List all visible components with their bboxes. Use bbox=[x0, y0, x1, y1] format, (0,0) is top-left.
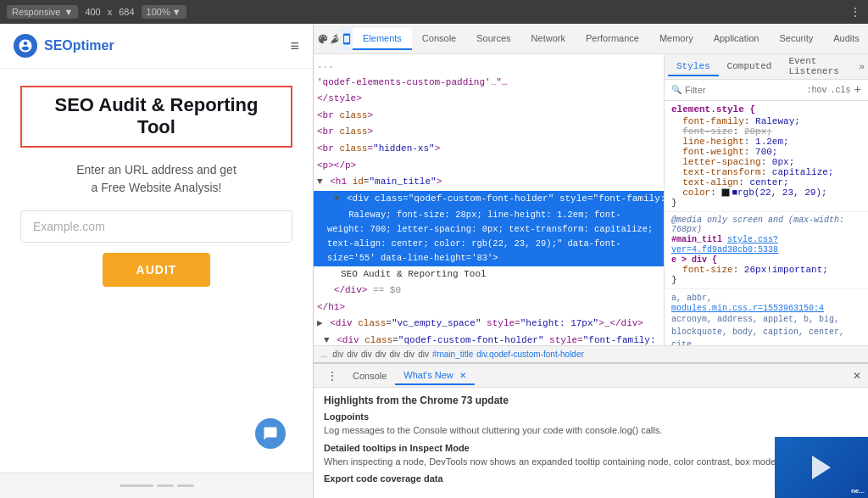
prop-text-transform: text-transform: capitalize; bbox=[671, 167, 861, 177]
dom-panel[interactable]: ... 'qodef-elements-custom-padding'…"… <… bbox=[314, 54, 665, 345]
console-menu-icon[interactable]: ⋮ bbox=[320, 364, 344, 388]
hamburger-menu[interactable]: ≡ bbox=[290, 37, 299, 55]
styles-sub-tabs: Styles Computed Event Listeners » bbox=[665, 54, 868, 80]
styles-filter-input[interactable] bbox=[685, 85, 804, 95]
universal-selector-list: acronym, address, applet, b, big, blockq… bbox=[671, 313, 861, 345]
media-query-rule: @media only screen and (max-width: 768px… bbox=[665, 212, 868, 289]
zoom-selector[interactable]: 100% ▼ bbox=[142, 5, 186, 19]
dom-line-div-selected[interactable]: ▼ <div class="qodef-custom-font-holder" … bbox=[314, 191, 664, 208]
logo-icon bbox=[14, 34, 37, 58]
responsive-mode-selector[interactable]: Responsive ▼ bbox=[7, 5, 78, 19]
bottom-tab-console[interactable]: Console bbox=[344, 367, 395, 384]
prop-font-weight: font-weight: 700; bbox=[671, 147, 861, 157]
tab-sources[interactable]: Sources bbox=[466, 28, 520, 50]
filter-add-btn[interactable]: + bbox=[854, 83, 861, 97]
dom-line-br3[interactable]: <br class="hidden-xs"> bbox=[314, 141, 664, 158]
dom-line-vc-empty[interactable]: ▶ <div class="vc_empty_space" style="hei… bbox=[314, 316, 664, 333]
dom-line-h1-close[interactable]: </h1> bbox=[314, 299, 664, 316]
breadcrumb-div3[interactable]: div bbox=[361, 350, 372, 359]
tab-memory[interactable]: Memory bbox=[649, 28, 704, 50]
top-bar: Responsive ▼ 400 x 684 100% ▼ ⋮ bbox=[0, 0, 868, 24]
devtools-panel: Elements Console Sources Network Perform… bbox=[314, 24, 868, 498]
hero-subtitle-line2: a Free Website Analysis! bbox=[92, 181, 222, 194]
filter-hov-btn[interactable]: :hov bbox=[807, 86, 827, 95]
dom-line-div-selected-cont[interactable]: Raleway; font-size: 28px; line-height: 1… bbox=[314, 207, 664, 266]
breadcrumb-dots: ... bbox=[320, 350, 327, 359]
audit-button[interactable]: AUDIT bbox=[103, 253, 211, 287]
filter-cls-btn[interactable]: .cls bbox=[831, 86, 851, 95]
sub-tab-event-listeners[interactable]: Event Listeners bbox=[780, 54, 859, 81]
breadcrumb-div5[interactable]: div bbox=[390, 350, 401, 359]
hero-subtitle-line1: Enter an URL address and get bbox=[76, 163, 236, 176]
dom-line-qodef-padding[interactable]: 'qodef-elements-custom-padding'…"… bbox=[314, 75, 664, 92]
breadcrumb-div6[interactable]: div bbox=[403, 350, 415, 359]
url-input-display: Example.com bbox=[20, 210, 292, 243]
universal-rule: a, abbr, modules.min.css.r=1553963150:4 … bbox=[665, 289, 868, 345]
breadcrumb-div7[interactable]: div bbox=[418, 350, 429, 359]
breadcrumb-bar: ... div div div div div div div #main_ti… bbox=[314, 345, 868, 362]
footer-bar-2 bbox=[157, 484, 174, 487]
devtools-content: ... 'qodef-elements-custom-padding'…"… <… bbox=[314, 54, 868, 345]
whats-new-close[interactable]: ✕ bbox=[459, 371, 466, 380]
element-style-close: } bbox=[671, 198, 861, 208]
video-play-icon bbox=[812, 456, 831, 479]
devtools-device-icon[interactable] bbox=[341, 27, 353, 51]
footer-bar-1 bbox=[120, 484, 153, 487]
filter-icon: 🔍 bbox=[671, 85, 682, 95]
breadcrumb-main-title[interactable]: #main_title bbox=[432, 350, 473, 359]
universal-link[interactable]: modules.min.css.r=1553963150:4 bbox=[671, 304, 824, 313]
logo-text: SEOptimer bbox=[44, 38, 114, 53]
hero-title: SEO Audit & Reporting Tool bbox=[55, 94, 259, 137]
tab-performance[interactable]: Performance bbox=[576, 28, 649, 50]
console-content: Highlights from the Chrome 73 update Log… bbox=[314, 388, 868, 498]
hero-subtitle: Enter an URL address and get a Free Webs… bbox=[76, 161, 236, 197]
universal-selector-text[interactable]: a, abbr, bbox=[671, 294, 712, 303]
bottom-panel-close[interactable]: ✕ bbox=[853, 370, 861, 382]
devtools-inspect-icon[interactable] bbox=[329, 27, 341, 51]
chat-bubble[interactable] bbox=[255, 418, 286, 449]
prop-font-family: font-family: Raleway; bbox=[671, 116, 861, 126]
tab-security[interactable]: Security bbox=[769, 28, 823, 50]
media-rule-e-div: e > div { bbox=[671, 255, 861, 265]
viewport-x: x bbox=[108, 7, 113, 17]
logpoints-text: Log messages to the Console without clut… bbox=[324, 423, 858, 438]
tab-application[interactable]: Application bbox=[704, 28, 770, 50]
dom-line-h1-open[interactable]: ▼ <h1 id="main_title"> bbox=[314, 174, 664, 191]
breadcrumb-div2[interactable]: div bbox=[347, 350, 358, 359]
tab-network[interactable]: Network bbox=[521, 28, 576, 50]
sub-tab-styles[interactable]: Styles bbox=[668, 58, 719, 76]
site-hero: SEO Audit & Reporting Tool Enter an URL … bbox=[0, 69, 313, 473]
url-input-placeholder: Example.com bbox=[33, 220, 105, 233]
video-thumbnail[interactable]: ne... bbox=[775, 437, 868, 498]
console-highlight: Highlights from the Chrome 73 update bbox=[324, 394, 858, 406]
dom-line-qodef-font[interactable]: ▼ <div class="qodef-custom-font-holder" … bbox=[314, 333, 664, 345]
topbar-more-options[interactable]: ⋮ bbox=[849, 5, 861, 19]
zoom-value: 100% bbox=[147, 7, 170, 17]
tab-console[interactable]: Console bbox=[412, 28, 466, 50]
devtools-palette-icon[interactable] bbox=[317, 27, 329, 51]
sub-tab-computed[interactable]: Computed bbox=[719, 58, 781, 76]
dom-line-p[interactable]: <p></p> bbox=[314, 158, 664, 175]
breadcrumb-qodef[interactable]: div.qodef-custom-font-holder bbox=[476, 350, 584, 359]
tab-audits[interactable]: Audits bbox=[823, 28, 868, 50]
video-label: ne... bbox=[851, 487, 865, 495]
preview-footer bbox=[0, 473, 313, 498]
dom-line-text-seo[interactable]: SEO Audit & Reporting Tool bbox=[314, 266, 664, 283]
dom-line-br1[interactable]: <br class> bbox=[314, 108, 664, 125]
dom-line-style-close[interactable]: </style> bbox=[314, 91, 664, 108]
console-tabs: ⋮ Console What's New ✕ ✕ bbox=[314, 364, 868, 388]
element-style-selector: element.style { bbox=[671, 104, 861, 115]
breadcrumb-div1[interactable]: div bbox=[332, 350, 343, 359]
zoom-arrow: ▼ bbox=[172, 7, 181, 17]
styles-more[interactable]: » bbox=[859, 62, 865, 72]
tab-elements[interactable]: Elements bbox=[353, 28, 412, 50]
styles-panel: Styles Computed Event Listeners » 🔍 :hov… bbox=[665, 54, 868, 345]
dom-line-br2[interactable]: <br class> bbox=[314, 124, 664, 141]
bottom-tab-whats-new[interactable]: What's New ✕ bbox=[395, 367, 474, 385]
dom-line-ellipsis-top[interactable]: ... bbox=[314, 58, 664, 75]
devtools-tabs: Elements Console Sources Network Perform… bbox=[314, 24, 868, 54]
breadcrumb-div4[interactable]: div bbox=[376, 350, 387, 359]
hero-title-box: SEO Audit & Reporting Tool bbox=[20, 86, 292, 148]
dom-line-div-close[interactable]: </div> == $0 bbox=[314, 283, 664, 299]
site-content: SEOptimer ≡ SEO Audit & Reporting Tool E… bbox=[0, 24, 313, 498]
